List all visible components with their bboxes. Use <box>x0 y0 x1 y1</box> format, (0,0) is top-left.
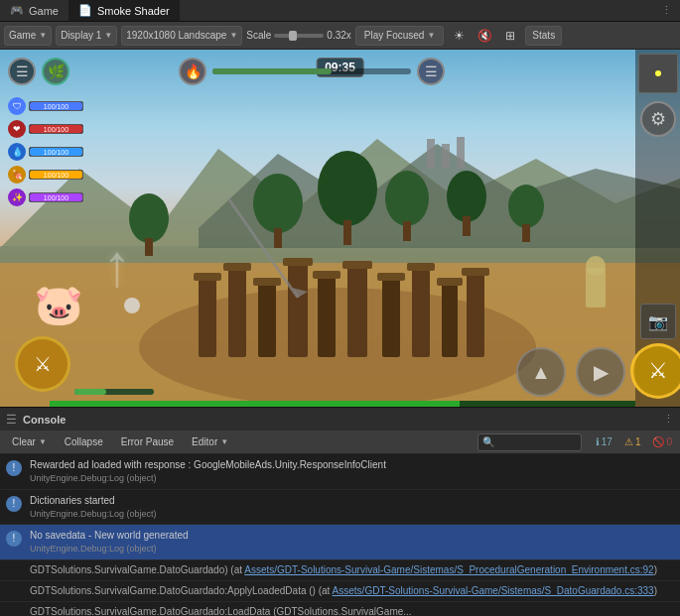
console-search-box[interactable]: 🔍 <box>477 433 582 451</box>
hud-exp-bar-fill <box>212 68 332 74</box>
hud-green-icon: 🌿 <box>42 58 69 85</box>
hud-pig: 🐷 <box>34 282 83 328</box>
stat-bar-magic-bg: 100/100 <box>29 192 83 202</box>
svg-rect-8 <box>228 268 246 357</box>
svg-rect-23 <box>377 273 405 281</box>
game-select[interactable]: Game ▼ <box>4 26 52 46</box>
svg-rect-22 <box>342 261 372 269</box>
editor-button[interactable]: Editor ▼ <box>184 433 236 451</box>
hud-minimap <box>638 54 678 93</box>
stat-row-magic: ✨ 100/100 <box>8 188 83 206</box>
hud-camera-button[interactable]: 📷 <box>640 304 676 339</box>
tab-more-button[interactable]: ⋮ <box>653 4 680 17</box>
console-more-button[interactable]: ⋮ <box>663 413 674 426</box>
log-content-2: Dictionaries started UnityEngine.Debug:L… <box>30 494 674 521</box>
hud-arrow-indicator: ↑ <box>102 231 132 300</box>
console-log[interactable]: ! Rewarded ad loaded with response : Goo… <box>0 454 680 616</box>
log-plain-3: GDTSolutions.SurvivalGame.DatoGuardado:L… <box>0 602 680 616</box>
display-select[interactable]: Display 1 ▼ <box>56 26 117 46</box>
editor-chevron: ▼ <box>220 437 228 446</box>
svg-rect-24 <box>407 263 435 271</box>
badge-warn[interactable]: ⚠ 1 <box>620 435 645 448</box>
error-pause-label: Error Pause <box>121 436 174 447</box>
stat-label-water: 100/100 <box>30 148 82 157</box>
svg-rect-17 <box>194 273 221 281</box>
log-main-3: No savedata - New world generated <box>30 529 674 543</box>
minimap-player <box>655 70 661 76</box>
resolution-chevron: ▼ <box>229 31 237 40</box>
log-entry-2: ! Dictionaries started UnityEngine.Debug… <box>0 490 680 526</box>
clear-button[interactable]: Clear ▼ <box>4 433 55 451</box>
log-icon-1: ! <box>6 460 22 476</box>
scale-label: Scale <box>246 30 271 41</box>
error-icon: 🚫 <box>652 436 664 447</box>
info-count: 17 <box>602 436 612 447</box>
grid-icon-button[interactable]: ⊞ <box>499 26 521 46</box>
hud-right-panel: ⚙ 📷 ⚔ <box>635 50 680 407</box>
stats-label: Stats <box>532 30 555 41</box>
stat-row-shield: 🛡 100/100 <box>8 97 83 115</box>
hud-sword-bar-bg <box>74 389 154 395</box>
play-focused-chevron: ▼ <box>427 31 435 40</box>
game-tab-icon: 🎮 <box>10 4 24 17</box>
tab-smoke-shader[interactable]: 📄 Smoke Shader <box>68 0 180 21</box>
log-content-3: No savedata - New world generated UnityE… <box>30 529 674 555</box>
scale-slider-track[interactable] <box>274 34 324 38</box>
log-plain-3-text: GDTSolutions.SurvivalGame.DatoGuardado:L… <box>30 606 412 616</box>
sun-icon-button[interactable]: ☀ <box>448 26 470 46</box>
badge-info[interactable]: ℹ 17 <box>592 435 616 448</box>
stat-icon-magic: ✨ <box>8 188 26 206</box>
svg-rect-15 <box>442 283 458 357</box>
display-chevron: ▼ <box>104 31 112 40</box>
log-main-1: Rewarded ad loaded with response : Googl… <box>30 458 674 472</box>
hud-up-button[interactable]: ▲ <box>516 347 566 397</box>
log-plain-2-suffix: ) <box>654 585 657 596</box>
stat-bar-health-bg: 100/100 <box>29 124 83 134</box>
stats-button[interactable]: Stats <box>525 26 562 46</box>
hud-sword-bar-fill <box>74 389 106 395</box>
search-input[interactable] <box>497 436 577 447</box>
hud-left-sword-button[interactable]: ⚔ <box>15 336 70 392</box>
hud-gear-button[interactable]: ⚙ <box>640 101 676 137</box>
badge-error[interactable]: 🚫 0 <box>648 435 676 448</box>
hud-attack-button[interactable]: ⚔ <box>630 343 681 399</box>
warn-count: 1 <box>635 436 641 447</box>
resolution-select[interactable]: 1920x1080 Landscape ▼ <box>121 26 242 46</box>
display-select-label: Display 1 <box>61 30 101 41</box>
game-tab-label: Game <box>29 5 59 17</box>
console-badges: ℹ 17 ⚠ 1 🚫 0 <box>592 435 676 448</box>
hud-shield-icon: ☰ <box>417 58 445 85</box>
stat-icon-shield: 🛡 <box>8 97 26 115</box>
log-sub-2: UnityEngine.Debug:Log (object) <box>30 508 674 521</box>
svg-rect-25 <box>437 278 463 286</box>
log-plain-2-link[interactable]: Assets/GDT-Solutions-Survival-Game/Siste… <box>333 585 654 596</box>
hud-health-bar-bottom-bg <box>50 401 635 407</box>
toolbar: Game ▼ Display 1 ▼ 1920x1080 Landscape ▼… <box>0 22 680 50</box>
log-content-1: Rewarded ad loaded with response : Googl… <box>30 458 674 485</box>
mute-icon-button[interactable]: 🔇 <box>474 26 495 46</box>
log-plain-1-link[interactable]: Assets/GDT-Solutions-Survival-Game/Siste… <box>244 564 653 575</box>
svg-rect-12 <box>347 266 367 357</box>
console-bar: ☰ Console ⋮ <box>0 407 680 431</box>
hud-right-button[interactable]: ▶ <box>576 347 625 397</box>
collapse-button[interactable]: Collapse <box>57 433 111 451</box>
stat-icon-water: 💧 <box>8 143 26 161</box>
game-viewport[interactable]: 09:35 ☰ 🌿 🔥 ☰ 🛡 100/100 ❤ 100/100 <box>0 50 680 407</box>
svg-marker-40 <box>292 288 308 298</box>
tab-game[interactable]: 🎮 Game <box>0 0 68 21</box>
svg-point-6 <box>139 288 536 407</box>
console-icon: ☰ <box>6 413 17 427</box>
clear-label: Clear <box>12 436 36 447</box>
play-focused-button[interactable]: Play Focused ▼ <box>355 26 445 46</box>
stat-bar-food-bg: 100/100 <box>29 170 83 180</box>
hud-exp-bar-bg <box>212 68 411 74</box>
svg-rect-42 <box>586 268 606 308</box>
log-icon-3: ! <box>6 531 22 547</box>
warn-icon: ⚠ <box>624 436 633 447</box>
error-pause-button[interactable]: Error Pause <box>113 433 182 451</box>
svg-point-43 <box>586 256 606 276</box>
log-icon-2: ! <box>6 496 22 512</box>
resolution-label: 1920x1080 Landscape <box>126 30 226 41</box>
svg-rect-18 <box>223 263 251 271</box>
game-select-chevron: ▼ <box>39 31 47 40</box>
